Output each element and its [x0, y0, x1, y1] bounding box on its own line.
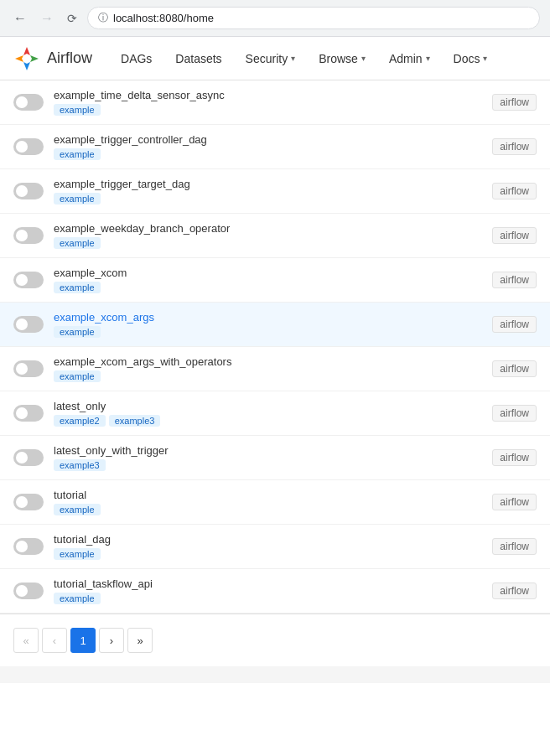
dag-toggle[interactable] — [13, 583, 44, 599]
logo-text: Airflow — [47, 49, 92, 67]
next-page-button[interactable]: › — [99, 628, 124, 653]
list-item[interactable]: example2 — [54, 415, 106, 427]
svg-marker-2 — [23, 62, 30, 70]
dag-info: latest_onlyexample2example3 — [54, 400, 482, 427]
admin-arrow-icon: ▾ — [426, 54, 430, 63]
dag-toggle[interactable] — [13, 227, 44, 244]
nav-docs[interactable]: Docs ▾ — [442, 37, 500, 80]
dag-name-link[interactable]: example_trigger_controller_dag — [54, 133, 207, 146]
table-row: latest_only_with_triggerexample3airflow — [0, 436, 550, 480]
table-row: example_time_delta_sensor_asyncexampleai… — [0, 80, 550, 125]
list-item[interactable]: example — [54, 326, 101, 338]
dag-name-link[interactable]: example_time_delta_sensor_async — [54, 89, 225, 101]
dag-info: example_time_delta_sensor_asyncexample — [54, 89, 482, 116]
dag-tags: example — [54, 504, 482, 515]
nav-browse[interactable]: Browse ▾ — [307, 37, 377, 80]
dag-info: tutorialexample — [54, 489, 482, 515]
owner-badge: airflow — [492, 494, 537, 510]
dag-toggle[interactable] — [13, 316, 44, 333]
dag-tags: example — [54, 548, 482, 560]
svg-marker-1 — [30, 55, 39, 62]
owner-badge: airflow — [492, 183, 537, 199]
dag-name-link[interactable]: latest_only_with_trigger — [54, 444, 169, 457]
last-page-button[interactable]: » — [127, 628, 153, 653]
list-item[interactable]: example — [54, 148, 101, 160]
list-item[interactable]: example — [54, 237, 101, 249]
table-row: tutorial_dagexampleairflow — [0, 525, 550, 569]
dag-toggle[interactable] — [13, 405, 44, 422]
list-item[interactable]: example — [54, 193, 101, 205]
table-row: example_weekday_branch_operatorexampleai… — [0, 214, 550, 258]
address-bar[interactable]: ⓘ localhost:8080/home — [87, 7, 540, 29]
table-row: example_trigger_controller_dagexampleair… — [0, 125, 550, 169]
dag-toggle[interactable] — [13, 538, 44, 555]
security-arrow-icon: ▾ — [291, 54, 295, 63]
owner-badge: airflow — [492, 94, 537, 111]
table-row: example_xcom_argsexampleairflow — [0, 303, 550, 347]
list-item[interactable]: example — [54, 104, 101, 116]
list-item[interactable]: example3 — [109, 415, 161, 427]
nav-dags[interactable]: DAGs — [109, 37, 163, 80]
prev-page-button[interactable]: ‹ — [42, 628, 67, 653]
nav-admin[interactable]: Admin ▾ — [377, 37, 442, 80]
airflow-logo-icon — [13, 45, 40, 72]
dag-name-link[interactable]: example_xcom — [54, 267, 127, 279]
back-button[interactable]: ← — [10, 9, 30, 28]
list-item[interactable]: example3 — [54, 459, 106, 471]
table-row: tutorial_taskflow_apiexampleairflow — [0, 569, 550, 614]
browse-arrow-icon: ▾ — [361, 54, 366, 63]
dag-info: example_trigger_target_dagexample — [54, 178, 482, 205]
dag-toggle[interactable] — [13, 138, 44, 155]
dag-toggle[interactable] — [13, 272, 44, 288]
dag-info: example_xcom_argsexample — [54, 311, 482, 338]
dag-info: tutorial_dagexample — [54, 533, 482, 560]
table-row: latest_onlyexample2example3airflow — [0, 391, 550, 436]
owner-badge: airflow — [492, 360, 537, 377]
dag-tags: example — [54, 370, 482, 382]
dag-tags: example2example3 — [54, 415, 482, 427]
top-navigation: Airflow DAGs Datasets Security ▾ Browse … — [0, 37, 550, 80]
dag-name-link[interactable]: example_xcom_args — [54, 311, 154, 324]
list-item[interactable]: example — [54, 282, 101, 293]
dag-tags: example — [54, 282, 482, 293]
logo-link[interactable]: Airflow — [13, 45, 92, 72]
dag-toggle[interactable] — [13, 183, 44, 199]
current-page-button[interactable]: 1 — [70, 628, 96, 653]
first-page-button[interactable]: « — [13, 628, 39, 653]
dag-name-link[interactable]: example_xcom_args_with_operators — [54, 355, 231, 368]
table-row: example_xcom_args_with_operatorsexamplea… — [0, 347, 550, 391]
dag-info: latest_only_with_triggerexample3 — [54, 444, 482, 471]
refresh-button[interactable]: ⟳ — [64, 10, 80, 27]
owner-badge: airflow — [492, 583, 537, 599]
list-item[interactable]: example — [54, 593, 101, 604]
nav-security[interactable]: Security ▾ — [234, 37, 308, 80]
dag-toggle[interactable] — [13, 449, 44, 466]
dag-toggle[interactable] — [13, 494, 44, 510]
list-item[interactable]: example — [54, 370, 101, 382]
forward-button[interactable]: → — [37, 9, 57, 28]
owner-badge: airflow — [492, 405, 537, 422]
dag-name-link[interactable]: example_trigger_target_dag — [54, 178, 190, 190]
dag-info: example_xcomexample — [54, 267, 482, 293]
dag-name-link[interactable]: tutorial_taskflow_api — [54, 577, 153, 590]
docs-arrow-icon: ▾ — [483, 54, 487, 63]
dag-toggle[interactable] — [13, 94, 44, 111]
dag-name-link[interactable]: tutorial — [54, 489, 86, 501]
dag-info: example_xcom_args_with_operatorsexample — [54, 355, 482, 382]
owner-badge: airflow — [492, 538, 537, 555]
list-item[interactable]: example — [54, 548, 101, 560]
dag-tags: example — [54, 193, 482, 205]
pagination: « ‹ 1 › » — [0, 614, 550, 666]
dag-tags: example — [54, 593, 482, 604]
list-item[interactable]: example — [54, 504, 101, 515]
dag-tags: example — [54, 148, 482, 160]
nav-datasets[interactable]: Datasets — [163, 37, 233, 80]
owner-badge: airflow — [492, 316, 537, 333]
dag-name-link[interactable]: tutorial_dag — [54, 533, 111, 546]
dag-name-link[interactable]: example_weekday_branch_operator — [54, 222, 230, 235]
dag-tags: example — [54, 326, 482, 338]
browser-chrome: ← → ⟳ ⓘ localhost:8080/home — [0, 0, 550, 37]
dag-toggle[interactable] — [13, 360, 44, 377]
dag-tags: example3 — [54, 459, 482, 471]
dag-name-link[interactable]: latest_only — [54, 400, 106, 412]
